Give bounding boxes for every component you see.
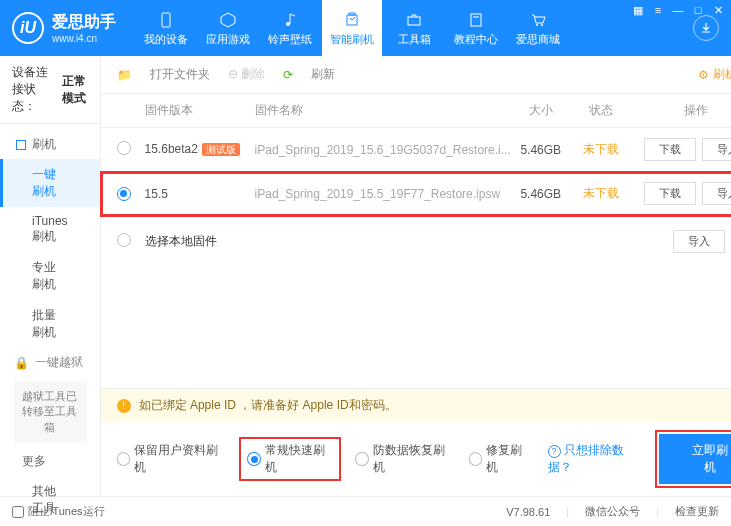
- book-icon: [466, 10, 486, 30]
- nav-flash[interactable]: 智能刷机: [322, 0, 382, 56]
- settings-icon[interactable]: ≡: [651, 4, 665, 17]
- close-icon[interactable]: ✕: [711, 4, 725, 17]
- nav-cart[interactable]: 爱思商城: [508, 0, 568, 56]
- toolbox-icon: [404, 10, 424, 30]
- info-icon: !: [117, 399, 131, 413]
- sidebar-item-0[interactable]: 一键刷机: [0, 159, 100, 207]
- gear-icon: ⚙: [698, 68, 709, 82]
- flash-now-button[interactable]: 立即刷机: [659, 434, 731, 484]
- local-firmware-label: 选择本地固件: [145, 233, 217, 250]
- local-firmware-radio[interactable]: [117, 233, 131, 247]
- lock-icon: 🔒: [14, 356, 29, 370]
- refresh-button[interactable]: 刷新: [311, 66, 335, 83]
- open-folder-button[interactable]: 打开文件夹: [150, 66, 210, 83]
- grid-icon[interactable]: ▦: [631, 4, 645, 17]
- nav-toolbox[interactable]: 工具箱: [384, 0, 444, 56]
- flash-settings-button[interactable]: ⚙刷机设置: [698, 66, 731, 83]
- section-more[interactable]: 更多: [0, 447, 100, 476]
- svg-rect-3: [471, 14, 481, 26]
- import-button[interactable]: 导入: [702, 138, 731, 161]
- svg-point-1: [286, 22, 290, 26]
- phone-icon: [156, 10, 176, 30]
- music-icon: [280, 10, 300, 30]
- folder-icon: 📁: [117, 68, 132, 82]
- firmware-row[interactable]: 15.6beta2测试版iPad_Spring_2019_15.6_19G503…: [101, 128, 731, 172]
- sidebar-item-1[interactable]: iTunes刷机: [0, 207, 100, 252]
- section-jailbreak[interactable]: 🔒一键越狱: [0, 348, 100, 377]
- sidebar-more-0[interactable]: 其他工具: [0, 476, 100, 524]
- wechat-link[interactable]: 微信公众号: [585, 504, 640, 519]
- sidebar-item-3[interactable]: 批量刷机: [0, 300, 100, 348]
- brand-url: www.i4.cn: [52, 33, 116, 44]
- import-button[interactable]: 导入: [673, 230, 725, 253]
- mode-keep[interactable]: 保留用户资料刷机: [117, 442, 226, 476]
- col-status: 状态: [571, 102, 631, 119]
- exclude-data-link[interactable]: ?只想排除数据？: [548, 442, 643, 476]
- connection-status: 设备连接状态：正常模式: [0, 56, 100, 124]
- mode-normal[interactable]: 常规快速刷机: [241, 439, 339, 479]
- download-icon[interactable]: [693, 15, 719, 41]
- check-update-link[interactable]: 检查更新: [675, 504, 719, 519]
- col-name: 固件名称: [255, 102, 511, 119]
- minimize-icon[interactable]: —: [671, 4, 685, 17]
- logo: iU: [12, 12, 44, 44]
- col-ops: 操作: [631, 102, 731, 119]
- svg-point-6: [541, 24, 543, 26]
- jailbreak-note: 越狱工具已转移至工具箱: [14, 381, 86, 443]
- brand-name: 爱思助手: [52, 12, 116, 33]
- firmware-row[interactable]: 15.5iPad_Spring_2019_15.5_19F77_Restore.…: [101, 172, 731, 216]
- mode-repair[interactable]: 修复刷机: [469, 442, 532, 476]
- refresh-icon: ⟳: [283, 68, 293, 82]
- svg-rect-0: [162, 13, 170, 27]
- col-version: 固件版本: [145, 102, 255, 119]
- nav-phone[interactable]: 我的设备: [136, 0, 196, 56]
- warning-bar: ! 如已绑定 Apple ID ，请准备好 Apple ID和密码。 ✕: [101, 388, 731, 422]
- section-flash[interactable]: 刷机: [0, 130, 100, 159]
- svg-point-5: [536, 24, 538, 26]
- nav-book[interactable]: 教程中心: [446, 0, 506, 56]
- nav-music[interactable]: 铃声壁纸: [260, 0, 320, 56]
- svg-rect-2: [408, 17, 420, 25]
- maximize-icon[interactable]: □: [691, 4, 705, 17]
- sidebar-item-2[interactable]: 专业刷机: [0, 252, 100, 300]
- delete-button: ⊖ 删除: [228, 66, 265, 83]
- apps-icon: [218, 10, 238, 30]
- nav-apps[interactable]: 应用游戏: [198, 0, 258, 56]
- download-button[interactable]: 下载: [644, 138, 696, 161]
- import-button[interactable]: 导入: [702, 182, 731, 205]
- row-radio[interactable]: [117, 187, 131, 201]
- col-size: 大小: [511, 102, 571, 119]
- flash-icon: [342, 10, 362, 30]
- cart-icon: [528, 10, 548, 30]
- mode-antirecovery[interactable]: 防数据恢复刷机: [355, 442, 452, 476]
- download-button[interactable]: 下载: [644, 182, 696, 205]
- row-radio[interactable]: [117, 141, 131, 155]
- version-label: V7.98.61: [506, 506, 550, 518]
